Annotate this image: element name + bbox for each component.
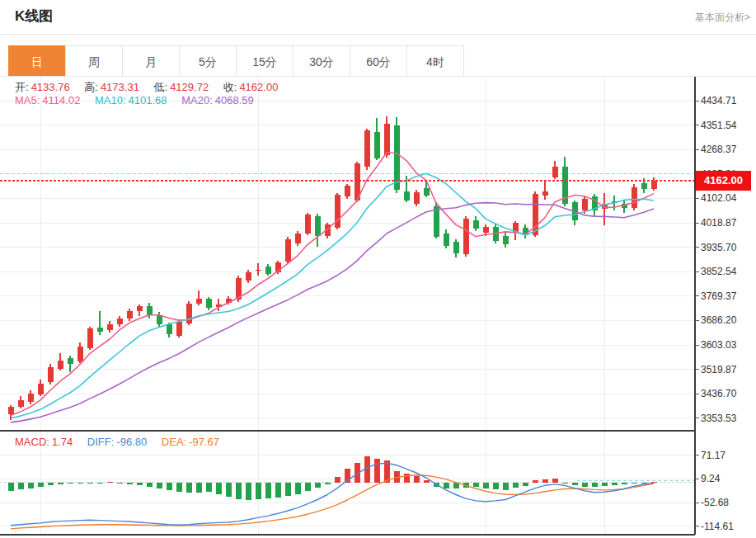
open-value: 4133.76 [31, 81, 70, 93]
tab-week[interactable]: 周 [65, 45, 123, 77]
fundamental-analysis-link[interactable]: 基本面分析> [695, 11, 750, 25]
ma10-label: MA10: [95, 94, 126, 106]
page-title: K线图 [15, 7, 53, 26]
price-axis-label: 3519.87 [701, 364, 754, 375]
low-label: 低: [154, 81, 168, 93]
close-label: 收: [223, 81, 237, 93]
ma10-value: 4101.68 [129, 94, 167, 106]
chart-plot-area[interactable] [0, 77, 695, 535]
ma20-label: MA20: [181, 94, 213, 106]
period-tabs: 日周月5分15分30分60分4时 [8, 45, 464, 77]
diff-label: DIFF: [87, 436, 115, 448]
macd-axis-label: -114.61 [701, 521, 754, 532]
high-label: 高: [84, 81, 98, 93]
price-axis-label: 4268.37 [701, 144, 754, 155]
dea-value: -97.67 [189, 436, 219, 448]
diff-value: -96.80 [116, 436, 147, 448]
ma5-value: 4114.02 [42, 94, 80, 106]
price-axis-label: 4434.71 [701, 95, 754, 106]
price-axis-label: 3686.20 [701, 314, 754, 326]
ma20-value: 4068.59 [215, 94, 254, 106]
price-axis-label: 3436.70 [701, 388, 754, 399]
tab-4hour[interactable]: 4时 [406, 45, 464, 77]
macd-axis-label: 9.24 [701, 473, 754, 484]
price-axis-label: 4351.54 [701, 120, 754, 131]
price-axis-label: 4102.04 [701, 192, 754, 204]
tab-month[interactable]: 月 [122, 45, 180, 77]
ma5-label: MA5: [15, 94, 40, 106]
high-value: 4173.31 [101, 81, 139, 93]
close-value: 4162.00 [239, 81, 278, 93]
tab-60min[interactable]: 60分 [350, 45, 407, 77]
tab-day[interactable]: 日 [8, 45, 66, 77]
kline-page: K线图 基本面分析> 日周月5分15分30分60分4时 开:4133.76 高:… [0, 0, 756, 538]
ohlc-legend: 开:4133.76 高:4173.31 低:4129.72 收:4162.00 [15, 80, 289, 95]
price-axis-label: 3935.70 [701, 242, 754, 253]
open-label: 开: [15, 81, 29, 93]
price-axis-label: 3769.37 [701, 290, 754, 302]
macd-legend: MACD:1.74 DIFF:-96.80 DEA:-97.67 [15, 436, 231, 448]
price-axis-label: 3852.54 [701, 266, 754, 277]
macd-axis-label: 71.17 [701, 450, 754, 461]
macd-axis-label: -52.68 [701, 497, 754, 508]
current-price-badge: 4162.00 [696, 171, 751, 191]
title-divider [0, 34, 756, 35]
ma-legend: MA5:4114.02 MA10:4101.68 MA20:4068.59 [15, 94, 265, 106]
price-axis-label: 3603.03 [701, 339, 754, 351]
dea-label: DEA: [162, 436, 186, 448]
tab-15min[interactable]: 15分 [236, 45, 293, 77]
price-axis-label: 3353.53 [701, 413, 754, 424]
macd-label: MACD: [15, 436, 49, 448]
low-value: 4129.72 [170, 81, 209, 93]
macd-value: 1.74 [52, 436, 73, 448]
tab-5min[interactable]: 5分 [179, 45, 237, 77]
price-axis-label: 4018.87 [701, 217, 754, 229]
tab-30min[interactable]: 30分 [293, 45, 350, 77]
